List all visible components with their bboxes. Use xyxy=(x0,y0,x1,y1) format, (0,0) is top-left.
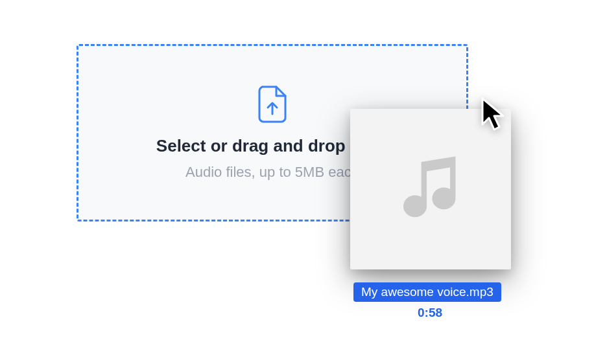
file-name-label: My awesome voice.mp3 xyxy=(353,282,501,302)
music-note-icon xyxy=(392,150,470,228)
dropzone-subtitle: Audio files, up to 5MB each xyxy=(185,164,359,181)
cursor-icon xyxy=(479,96,512,133)
file-duration: 0:58 xyxy=(418,306,442,320)
upload-file-icon xyxy=(257,85,288,123)
